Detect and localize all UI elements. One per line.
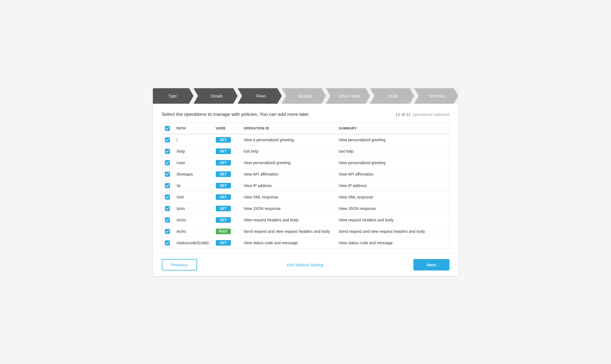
check-icon	[166, 230, 169, 233]
step-type[interactable]: Type	[153, 88, 194, 104]
row-checkbox-cell	[162, 237, 173, 248]
steps-bar: Type Details Flows Security Virtual Host…	[153, 88, 458, 104]
row-summary: View API affirmation	[335, 168, 449, 180]
row-operation-id: Send request and view request headers an…	[240, 226, 335, 237]
checkbox-box[interactable]	[165, 149, 170, 154]
previous-button[interactable]: Previous	[162, 259, 197, 270]
verb-badge-get: GET	[216, 160, 231, 166]
footer: Previous Exit Without Saving Next	[153, 253, 458, 276]
th-operation-id: OPERATION ID	[240, 123, 335, 134]
row-path: /xml	[173, 191, 212, 203]
step-build[interactable]: Build	[370, 88, 414, 104]
check-icon	[166, 161, 169, 164]
check-icon	[166, 218, 169, 222]
row-path: /user	[173, 157, 212, 168]
row-verb: GET	[212, 134, 240, 146]
row-path: /	[173, 134, 212, 146]
th-path: PATH	[173, 123, 212, 134]
step-flows[interactable]: Flows	[238, 88, 282, 104]
row-path: /ip	[173, 180, 212, 191]
check-icon	[166, 241, 169, 245]
row-checkbox-cell	[162, 203, 173, 214]
wizard-container: Type Details Flows Security Virtual Host…	[153, 88, 458, 276]
main-content: Select the operations to manage with pol…	[153, 104, 458, 253]
row-verb: GET	[212, 191, 240, 203]
row-operation-id: View IP address	[240, 180, 335, 191]
checkbox-box[interactable]	[165, 137, 170, 142]
row-path: /json	[173, 203, 212, 214]
table-row: /ipGETView IP addressView IP address	[162, 180, 449, 191]
row-checkbox-cell	[162, 168, 173, 180]
table-row: /echoPOSTSend request and view request h…	[162, 226, 449, 237]
row-path: /echo	[173, 214, 212, 226]
row-verb: GET	[212, 237, 240, 248]
verb-badge-get: GET	[216, 149, 231, 154]
check-icon	[166, 184, 169, 187]
checkbox-box[interactable]	[165, 240, 170, 245]
check-icon	[166, 173, 169, 176]
row-operation-id: View request headers and body	[240, 214, 335, 226]
row-summary: View request headers and body	[335, 214, 449, 226]
row-summary: View IP address	[335, 180, 449, 191]
row-checkbox-cell	[162, 214, 173, 226]
row-verb: GET	[212, 157, 240, 168]
verb-badge-get: GET	[216, 137, 231, 143]
row-checkbox-cell	[162, 191, 173, 203]
row-checkbox-cell	[162, 180, 173, 191]
checkbox-box[interactable]	[165, 206, 170, 211]
row-checkbox-cell	[162, 226, 173, 237]
exit-button[interactable]: Exit Without Saving	[287, 262, 323, 267]
row-checkbox-3[interactable]	[165, 172, 170, 177]
table-header-row: PATH VERB OPERATION ID SUMMARY	[162, 123, 449, 134]
table-row: /userGETView personalized greetingView p…	[162, 157, 449, 168]
row-path: /iloveapis	[173, 168, 212, 180]
check-icon	[166, 127, 169, 130]
row-summary: View status code and message	[335, 237, 449, 248]
row-checkbox-2[interactable]	[165, 160, 170, 165]
checkbox-box[interactable]	[165, 183, 170, 188]
content-header: Select the operations to manage with pol…	[162, 112, 449, 117]
ops-table-wrapper: PATH VERB OPERATION ID SUMMARY /GETView …	[162, 123, 449, 249]
row-path: /help	[173, 145, 212, 157]
next-button[interactable]: Next	[413, 259, 449, 270]
check-icon	[166, 195, 169, 199]
row-checkbox-5[interactable]	[165, 195, 170, 200]
checkbox-box[interactable]	[165, 126, 170, 131]
check-icon	[166, 150, 169, 153]
row-checkbox-cell	[162, 134, 173, 146]
row-verb: GET	[212, 145, 240, 157]
row-operation-id: View XML response	[240, 191, 335, 203]
row-verb: GET	[212, 214, 240, 226]
row-checkbox-7[interactable]	[165, 217, 170, 222]
row-operation-id: Get help	[240, 145, 335, 157]
row-checkbox-4[interactable]	[165, 183, 170, 188]
ops-selected-text: operations selected	[413, 112, 449, 117]
verb-badge-get: GET	[216, 240, 231, 246]
verb-badge-get: GET	[216, 217, 231, 223]
table-row: /GETView a personalized greetingView per…	[162, 134, 449, 146]
row-checkbox-0[interactable]	[165, 137, 170, 142]
check-icon	[166, 138, 169, 142]
row-operation-id: View status code and message	[240, 237, 335, 248]
row-checkbox-6[interactable]	[165, 206, 170, 211]
header-checkbox[interactable]	[165, 126, 170, 131]
checkbox-box[interactable]	[165, 217, 170, 222]
step-security[interactable]: Security	[282, 88, 326, 104]
checkbox-box[interactable]	[165, 229, 170, 234]
row-checkbox-9[interactable]	[165, 240, 170, 245]
checkbox-box[interactable]	[165, 172, 170, 177]
row-checkbox-8[interactable]	[165, 229, 170, 234]
row-operation-id: View JSON response	[240, 203, 335, 214]
step-details[interactable]: Details	[193, 88, 238, 104]
step-virtual-hosts[interactable]: Virtual Hosts	[326, 88, 370, 104]
header-checkbox-cell	[162, 123, 173, 134]
step-summary[interactable]: Summary	[414, 88, 458, 104]
checkbox-box[interactable]	[165, 160, 170, 165]
table-row: /helpGETGet helpGet help	[162, 145, 449, 157]
ops-selected-num: 11 of 11	[396, 112, 411, 117]
row-summary: View personalized greeting	[335, 134, 449, 146]
row-checkbox-1[interactable]	[165, 149, 170, 154]
th-summary: SUMMARY	[335, 123, 449, 134]
checkbox-box[interactable]	[165, 195, 170, 200]
row-path: /echo	[173, 226, 212, 237]
